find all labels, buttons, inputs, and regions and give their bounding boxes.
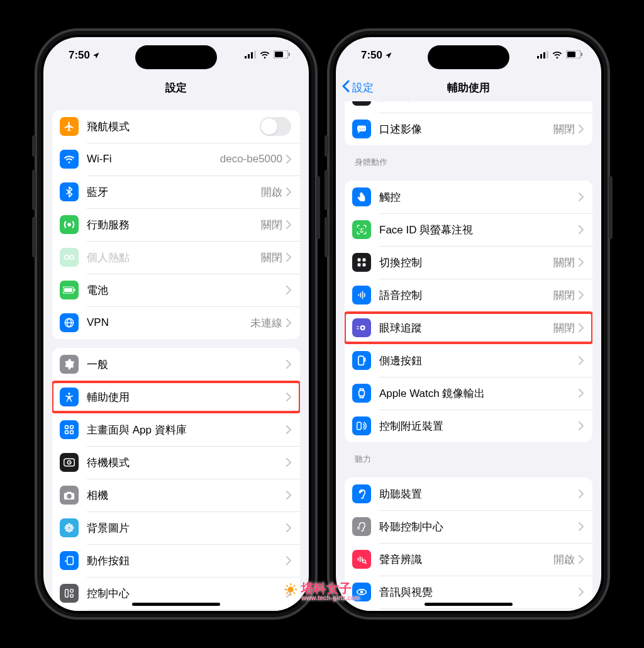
- cellular-signal-icon: [245, 49, 256, 62]
- row-label: 背景圖片: [87, 521, 286, 535]
- settings-row[interactable]: VPN未連線: [52, 306, 300, 339]
- settings-row[interactable]: 切換控制關閉: [345, 246, 592, 279]
- settings-row[interactable]: 側邊按鈕: [345, 344, 592, 377]
- toggle-switch[interactable]: [260, 117, 291, 136]
- settings-row[interactable]: 個人熱點關閉: [52, 241, 300, 274]
- settings-row[interactable]: 藍牙開啟: [52, 176, 300, 208]
- row-value: 關閉: [553, 288, 575, 303]
- settings-row[interactable]: 口述影像關閉: [345, 113, 592, 145]
- settings-row[interactable]: 一般: [52, 348, 300, 381]
- standby-icon: [60, 453, 79, 472]
- gear-icon: [60, 355, 79, 374]
- settings-row[interactable]: 語音控制關閉: [345, 279, 592, 311]
- chevron-right-icon: [286, 187, 291, 196]
- svg-rect-46: [363, 259, 366, 262]
- settings-row[interactable]: 行動服務關閉: [52, 208, 300, 241]
- settings-row[interactable]: 搜尋: [52, 610, 300, 611]
- settings-row[interactable]: 眼球追蹤關閉: [345, 311, 592, 344]
- row-label: 口述影像: [379, 122, 553, 137]
- dynamic-island: [135, 45, 217, 69]
- svg-rect-10: [64, 288, 72, 292]
- chevron-right-icon: [286, 393, 291, 401]
- home-indicator[interactable]: [132, 603, 220, 606]
- nav-bar: 設定: [43, 74, 309, 101]
- svg-rect-5: [275, 52, 283, 57]
- settings-row[interactable]: 動作按鈕: [52, 544, 300, 577]
- row-value: deco-be5000: [220, 153, 282, 165]
- chevron-right-icon: [286, 556, 291, 565]
- svg-rect-16: [65, 431, 69, 434]
- svg-rect-39: [567, 52, 575, 57]
- svg-point-25: [66, 525, 67, 526]
- svg-point-26: [71, 525, 72, 526]
- eyetracking-icon: [352, 318, 371, 337]
- homescreen-icon: [60, 420, 79, 439]
- cellular-signal-icon: [537, 49, 548, 62]
- svg-rect-35: [540, 54, 542, 59]
- svg-rect-17: [70, 431, 74, 434]
- row-label: Apple Watch 鏡像輸出: [379, 386, 579, 401]
- settings-row[interactable]: 助聽裝置: [345, 478, 592, 510]
- sidebutton-icon: [352, 351, 371, 370]
- chevron-right-icon: [579, 555, 584, 564]
- settings-row[interactable]: 觸控: [345, 181, 592, 213]
- nav-back-label: 設定: [352, 81, 374, 95]
- home-indicator[interactable]: [425, 603, 513, 606]
- row-label: 輔助使用: [87, 390, 286, 405]
- settings-row[interactable]: 控制附近裝置: [345, 410, 592, 442]
- status-time: 7:50: [361, 49, 382, 62]
- watchmirror-icon: [352, 384, 371, 403]
- row-value: 關閉: [553, 255, 575, 270]
- settings-group: 助聽裝置聆聽控制中心聲音辨識開啟音訊與視覺字幕與隱藏式字幕: [345, 478, 592, 611]
- nav-back-button[interactable]: 設定: [342, 80, 374, 96]
- chevron-left-icon: [342, 80, 350, 96]
- settings-row[interactable]: 聆聽控制中心: [345, 510, 592, 543]
- settings-group: 觸控Face ID 與螢幕注視切換控制關閉語音控制關閉眼球追蹤關閉側邊按鈕App…: [345, 181, 592, 442]
- chevron-right-icon: [579, 422, 584, 430]
- settings-row[interactable]: 語音內容: [345, 101, 592, 113]
- settings-row[interactable]: 相機: [52, 479, 300, 511]
- row-value: 未連線: [250, 316, 282, 330]
- camera-icon: [60, 486, 79, 505]
- svg-point-21: [69, 523, 70, 525]
- settings-row[interactable]: 背景圖片: [52, 511, 300, 544]
- row-value: 關閉: [261, 250, 282, 265]
- svg-point-13: [68, 393, 70, 394]
- row-label: 主畫面與 App 資料庫: [87, 423, 286, 437]
- control-center-icon: [60, 584, 79, 603]
- battery-icon: [60, 281, 79, 299]
- settings-row[interactable]: Apple Watch 鏡像輸出: [345, 377, 592, 410]
- settings-row[interactable]: 字幕與隱藏式字幕: [345, 608, 592, 611]
- svg-rect-40: [581, 53, 582, 56]
- row-label: 相機: [87, 488, 286, 503]
- svg-rect-2: [251, 52, 253, 59]
- svg-point-23: [65, 527, 67, 529]
- chevron-right-icon: [579, 225, 584, 234]
- settings-row[interactable]: 輔助使用: [52, 381, 300, 413]
- location-icon: [385, 52, 392, 59]
- wallpaper-icon: [60, 518, 79, 537]
- row-label: 待機模式: [87, 455, 286, 470]
- chevron-right-icon: [579, 489, 584, 498]
- row-label: 控制附近裝置: [379, 419, 579, 433]
- settings-row[interactable]: 聲音辨識開啟: [345, 543, 592, 576]
- svg-rect-34: [537, 56, 539, 59]
- svg-rect-57: [357, 422, 362, 429]
- svg-point-44: [363, 228, 364, 230]
- side-button: [316, 176, 320, 239]
- settings-row[interactable]: 電池: [52, 274, 300, 306]
- settings-row[interactable]: 飛航模式: [52, 110, 300, 143]
- settings-group: 飛航模式Wi-Fideco-be5000藍牙開啟行動服務關閉個人熱點關閉電池VP…: [52, 110, 300, 339]
- chevron-right-icon: [286, 155, 291, 164]
- settings-row[interactable]: Wi-Fideco-be5000: [52, 143, 300, 176]
- chevron-right-icon: [579, 389, 584, 398]
- settings-row[interactable]: 主畫面與 App 資料庫: [52, 413, 300, 446]
- speech-icon: [352, 101, 371, 106]
- chevron-right-icon: [579, 258, 584, 267]
- settings-row[interactable]: Face ID 與螢幕注視: [345, 213, 592, 246]
- settings-row[interactable]: 待機模式: [52, 446, 300, 479]
- svg-rect-36: [543, 52, 545, 59]
- vpn-icon: [60, 313, 79, 332]
- svg-point-43: [360, 228, 361, 230]
- wifi-status-icon: [552, 49, 562, 62]
